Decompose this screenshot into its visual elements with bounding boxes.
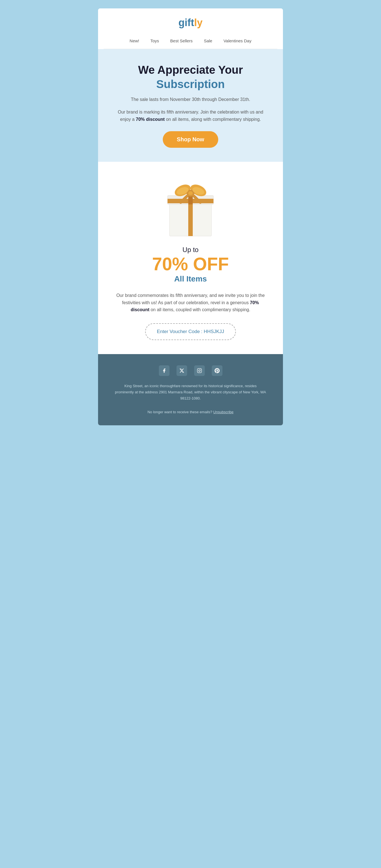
svg-point-12 [199,370,200,371]
nav-item-valentines[interactable]: Valentines Day [223,38,251,43]
svg-point-13 [200,369,201,370]
header: giftly New! Toys Best Sellers Sale Valen… [98,8,283,49]
logo-part2: ly [194,17,203,28]
hero-body: Our brand is marking its fifth anniversa… [115,108,266,123]
svg-point-10 [188,191,193,195]
nav-item-sale[interactable]: Sale [204,38,212,43]
svg-rect-2 [188,203,193,236]
navigation: New! Toys Best Sellers Sale Valentines D… [104,34,277,49]
up-to-label: Up to [115,246,266,254]
instagram-icon[interactable] [194,365,205,376]
voucher-code-box[interactable]: Enter Voucher Code : HHSJKJJ [145,323,236,340]
facebook-icon[interactable] [159,365,170,376]
hero-body-bold: 70% discount [136,117,165,122]
product-body: Our brand commemorates its fifth anniver… [115,292,266,313]
logo: giftly [104,17,277,29]
product-section: Up to 70% OFF All Items Our brand commem… [98,162,283,354]
shop-now-button[interactable]: Shop Now [163,131,218,148]
footer: King Street, an iconic thoroughfare reno… [98,354,283,425]
unsubscribe-link[interactable]: Unsubscribe [213,410,233,414]
logo-part1: gift [178,17,194,28]
product-body-end: on all items, coupled with complimentary… [149,307,250,312]
unsubscribe-prefix: No longer want to receive these emails? [147,410,213,414]
x-twitter-icon[interactable] [176,365,187,376]
hero-title-line2: Subscription [115,78,266,91]
hero-subtitle: The sale lasts from November 30th throug… [115,96,266,103]
nav-item-bestsellers[interactable]: Best Sellers [170,38,193,43]
hero-body-end: on all items, along with complimentary s… [165,117,261,122]
hero-section: We Appreciate Your Subscription The sale… [98,49,283,162]
hero-title-line1: We Appreciate Your [115,63,266,76]
all-items-label: All Items [115,275,266,283]
pinterest-icon[interactable] [212,365,222,376]
social-icons-bar [115,365,266,376]
nav-item-toys[interactable]: Toys [150,38,159,43]
gift-box-image [163,176,218,238]
svg-rect-4 [188,195,193,205]
nav-item-new[interactable]: New! [130,38,139,43]
footer-address: King Street, an iconic thoroughfare reno… [115,383,266,401]
product-body-start: Our brand commemorates its fifth anniver… [116,293,265,305]
svg-rect-11 [197,368,201,373]
discount-label: 70% OFF [115,255,266,273]
footer-unsubscribe-section: No longer want to receive these emails? … [115,410,266,414]
